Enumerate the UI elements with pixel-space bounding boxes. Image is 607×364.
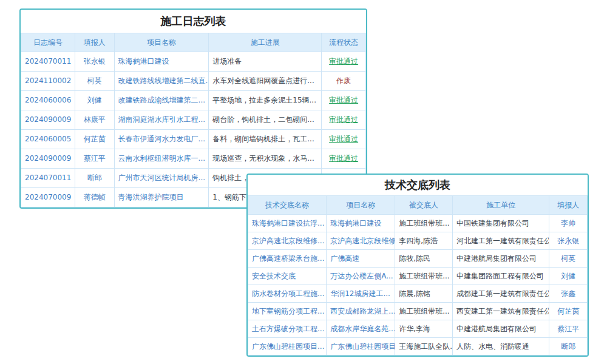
- cell-link[interactable]: 珠海鹤港口建设: [327, 215, 395, 232]
- cell-text: 施工班组带班...: [395, 268, 453, 285]
- cell-link[interactable]: 2024090009: [21, 149, 75, 169]
- cell-link[interactable]: 断郎: [75, 169, 114, 188]
- cell-link[interactable]: 珠海鹤港口建设抗浮...: [248, 215, 327, 232]
- cell-link[interactable]: 柯英: [75, 72, 114, 91]
- cell-link[interactable]: 京沪高速北京段维修...: [248, 232, 327, 250]
- status-badge: 审批通过: [322, 91, 366, 110]
- column-header: 流程状态: [322, 33, 366, 52]
- table-row: 防水卷材分项工程施...华润12城房建工...陈晨,陈铭成都建工第一建筑有限责任…: [248, 285, 588, 303]
- column-header: 施工单位: [452, 196, 549, 215]
- cell-link[interactable]: 长春市伊通河水力发电厂...: [114, 130, 209, 149]
- table-row: 2024090009林康平湖南洞庭湖水库引水工程...砌台阶，钩机排土，二包砌间…: [21, 110, 366, 130]
- cell-text: 中建港航局集团有限公司: [452, 320, 549, 338]
- cell-text: 平整场地，拉走多余泥土15辆...: [209, 91, 322, 110]
- cell-text: 备料，砌间墙钩机排土，瓦工...: [209, 130, 322, 149]
- cell-link[interactable]: 张永银: [75, 52, 114, 72]
- cell-link[interactable]: 防水卷材分项工程施...: [248, 285, 327, 303]
- cell-link[interactable]: 何芷茵: [549, 303, 588, 320]
- cell-text: 施工班组带班...: [395, 215, 453, 232]
- cell-link[interactable]: 柯英: [549, 250, 588, 268]
- cell-link[interactable]: 林康平: [75, 110, 114, 130]
- cell-link[interactable]: 广佛高速桥梁承台施...: [248, 250, 327, 268]
- column-header: 填报人: [549, 196, 588, 215]
- table-row: 地下室钢筋分项工程...西安成都路龙湖上...施工班组带班...西安建工第一建筑…: [248, 303, 588, 320]
- status-badge: 审批通过: [322, 52, 366, 72]
- cell-link[interactable]: 断郎: [549, 338, 588, 356]
- cell-link[interactable]: 2024090009: [21, 110, 75, 130]
- cell-link[interactable]: 改建铁路成渝线增建第二...: [114, 91, 209, 110]
- cell-link[interactable]: 珠海鹤港口建设: [114, 52, 209, 72]
- cell-link[interactable]: 蒋德帧: [75, 188, 114, 207]
- status-badge: 作废: [322, 72, 366, 91]
- cell-link[interactable]: 青海洪湖养护院项目: [114, 188, 209, 207]
- cell-link[interactable]: 广东佛山碧桂园项目...: [248, 338, 327, 356]
- cell-link[interactable]: 广州市天河区统计局机房...: [114, 169, 209, 188]
- cell-link[interactable]: 刘健: [549, 268, 588, 285]
- cell-link[interactable]: 2024070011: [21, 52, 75, 72]
- technical-disclosure-body: 珠海鹤港口建设抗浮...珠海鹤港口建设施工班组带班...中国铁建集团有限公司李帅…: [248, 215, 588, 356]
- column-header: 项目名称: [327, 196, 395, 215]
- cell-text: 中国铁建集团有限公司: [452, 215, 549, 232]
- cell-link[interactable]: 蔡江平: [75, 149, 114, 169]
- column-header: 技术交底名称: [248, 196, 327, 215]
- cell-link[interactable]: 华润12城房建工...: [327, 285, 395, 303]
- cell-link[interactable]: 张永银: [549, 232, 588, 250]
- table-row: 2024060006刘健改建铁路成渝线增建第二...平整场地，拉走多余泥土15辆…: [21, 91, 366, 110]
- column-header: 日志编号: [21, 33, 75, 52]
- table-row: 2024090009蔡江平云南水利枢纽潜明水库一...现场巡查，无积水现象，水马…: [21, 149, 366, 169]
- cell-text: 陈牧,陈民: [395, 250, 453, 268]
- construction-log-header: 日志编号填报人项目名称施工进展流程状态: [21, 33, 366, 52]
- cell-text: 陈晨,陈铭: [395, 285, 453, 303]
- table-row: 安全技术交底万达办公楼左侧A...施工班组带班...中建集团路面工程有限公司刘健: [248, 268, 588, 285]
- column-header: 项目名称: [114, 33, 209, 52]
- cell-link[interactable]: 李帅: [549, 215, 588, 232]
- cell-link[interactable]: 成都水岸华庭名苑...: [327, 320, 395, 338]
- table-row: 珠海鹤港口建设抗浮...珠海鹤港口建设施工班组带班...中国铁建集团有限公司李帅: [248, 215, 588, 232]
- cell-text: 成都建工第一建筑有限责任公司: [452, 285, 549, 303]
- cell-text: 西安建工第一建筑有限责任公司: [452, 303, 549, 320]
- cell-link[interactable]: 张鑫: [549, 285, 588, 303]
- table-row: 2024110002柯英改建铁路线线增建第二线直...水车对全线遮阳网覆盖点进行…: [21, 72, 366, 91]
- cell-link[interactable]: 广佛高速: [327, 250, 395, 268]
- cell-text: 河北建工第一建筑有限责任公司: [452, 232, 549, 250]
- cell-link[interactable]: 2024070011: [21, 169, 75, 188]
- cell-link[interactable]: 万达办公楼左侧A...: [327, 268, 395, 285]
- cell-link[interactable]: 云南水利枢纽潜明水库一...: [114, 149, 209, 169]
- cell-text: 中建集团路面工程有限公司: [452, 268, 549, 285]
- column-header: 施工进展: [209, 33, 322, 52]
- construction-log-title: 施工日志列表: [21, 10, 366, 33]
- table-row: 2024070011张永银珠海鹤港口建设进场准备审批通过: [21, 52, 366, 72]
- cell-text: 现场巡查，无积水现象，水马...: [209, 149, 322, 169]
- cell-link[interactable]: 京沪高速北京段维修: [327, 232, 395, 250]
- cell-text: 水车对全线遮阳网覆盖点进行...: [209, 72, 322, 91]
- table-row: 土石方爆破分项工程...成都水岸华庭名苑...许华,李海中建港航局集团有限公司蔡…: [248, 320, 588, 338]
- cell-link[interactable]: 湖南洞庭湖水库引水工程...: [114, 110, 209, 130]
- cell-text: 李四海,陈浩: [395, 232, 453, 250]
- cell-text: 砌台阶，钩机排土，二包砌间...: [209, 110, 322, 130]
- cell-link[interactable]: 土石方爆破分项工程...: [248, 320, 327, 338]
- cell-link[interactable]: 地下室钢筋分项工程...: [248, 303, 327, 320]
- table-row: 广东佛山碧桂园项目...广东佛山碧桂园项目王海施工队全队...人防、水电、消防暖…: [248, 338, 588, 356]
- column-header: 被交底人: [395, 196, 453, 215]
- cell-link[interactable]: 2024060005: [21, 130, 75, 149]
- cell-link[interactable]: 何芷茵: [75, 130, 114, 149]
- technical-disclosure-panel: 技术交底列表 技术交底名称项目名称被交底人施工单位填报人 珠海鹤港口建设抗浮..…: [246, 174, 589, 357]
- column-header: 填报人: [75, 33, 114, 52]
- table-row: 京沪高速北京段维修...京沪高速北京段维修李四海,陈浩河北建工第一建筑有限责任公…: [248, 232, 588, 250]
- cell-link[interactable]: 2024070009: [21, 188, 75, 207]
- cell-link[interactable]: 刘健: [75, 91, 114, 110]
- cell-link[interactable]: 蔡江平: [549, 320, 588, 338]
- technical-disclosure-table: 技术交底名称项目名称被交底人施工单位填报人 珠海鹤港口建设抗浮...珠海鹤港口建…: [248, 195, 588, 356]
- cell-link[interactable]: 广东佛山碧桂园项目: [327, 338, 395, 356]
- table-row: 广佛高速桥梁承台施...广佛高速陈牧,陈民中建港航局集团有限公司柯英: [248, 250, 588, 268]
- technical-disclosure-title: 技术交底列表: [248, 175, 588, 195]
- cell-link[interactable]: 2024060006: [21, 91, 75, 110]
- cell-text: 中建港航局集团有限公司: [452, 250, 549, 268]
- cell-link[interactable]: 西安成都路龙湖上...: [327, 303, 395, 320]
- cell-link[interactable]: 安全技术交底: [248, 268, 327, 285]
- cell-link[interactable]: 2024110002: [21, 72, 75, 91]
- cell-text: 许华,李海: [395, 320, 453, 338]
- technical-disclosure-header: 技术交底名称项目名称被交底人施工单位填报人: [248, 196, 588, 215]
- table-row: 2024060005何芷茵长春市伊通河水力发电厂...备料，砌间墙钩机排土，瓦工…: [21, 130, 366, 149]
- cell-link[interactable]: 改建铁路线线增建第二线直...: [114, 72, 209, 91]
